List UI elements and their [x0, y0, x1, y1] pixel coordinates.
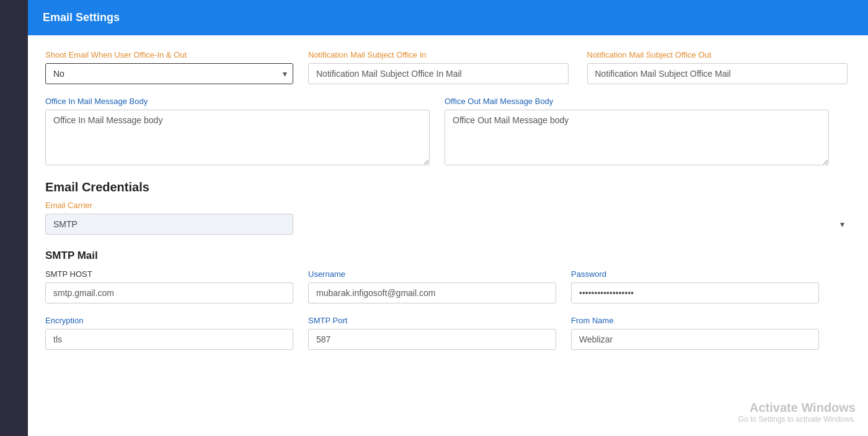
shoot-email-label: Shoot Email When User Office-In & Out [45, 50, 293, 59]
shoot-email-select-wrapper: No Yes [45, 63, 293, 84]
smtp-row-1: SMTP HOST Username Password [45, 269, 851, 303]
password-input[interactable] [571, 282, 819, 303]
password-group: Password [571, 269, 819, 303]
row-shoot-email: Shoot Email When User Office-In & Out No… [45, 50, 851, 84]
password-label: Password [571, 269, 819, 279]
smtp-section: SMTP Mail SMTP HOST Username Password [45, 250, 851, 350]
content-area: Shoot Email When User Office-In & Out No… [28, 35, 868, 377]
smtp-port-label: SMTP Port [308, 316, 556, 325]
from-name-label: From Name [571, 316, 819, 325]
encryption-group: Encryption [45, 316, 293, 350]
notif-in-group: Notification Mail Subject Office In [308, 50, 572, 84]
row-message-bodies: Office In Mail Message Body Office In Ma… [45, 97, 851, 165]
encryption-label: Encryption [45, 316, 293, 325]
smtp-port-input[interactable] [308, 329, 556, 350]
main-content: Email Settings Shoot Email When User Off… [28, 0, 868, 436]
credentials-title: Email Credentials [45, 180, 851, 194]
credentials-section: Email Credentials Email Carrier SMTP Mai… [45, 180, 851, 235]
from-name-group: From Name [571, 316, 819, 350]
username-label: Username [308, 269, 556, 279]
smtp-host-label: SMTP HOST [45, 269, 293, 279]
smtp-row-2: Encryption SMTP Port From Name [45, 316, 851, 350]
office-out-body-textarea[interactable]: Office Out Mail Message body [445, 110, 829, 165]
email-carrier-select-wrapper: SMTP Mailgun SendGrid [45, 214, 851, 235]
email-carrier-select[interactable]: SMTP Mailgun SendGrid [45, 214, 293, 235]
shoot-email-select[interactable]: No Yes [45, 63, 293, 84]
page-header: Email Settings [28, 0, 868, 35]
smtp-host-group: SMTP HOST [45, 269, 293, 303]
office-in-body-group: Office In Mail Message Body Office In Ma… [45, 97, 430, 165]
email-carrier-group: Email Carrier SMTP Mailgun SendGrid [45, 201, 851, 235]
office-out-body-label: Office Out Mail Message Body [445, 97, 829, 106]
page-title: Email Settings [43, 11, 853, 24]
encryption-input[interactable] [45, 329, 293, 350]
notif-in-label: Notification Mail Subject Office In [308, 50, 572, 59]
office-out-body-group: Office Out Mail Message Body Office Out … [445, 97, 829, 165]
smtp-port-group: SMTP Port [308, 316, 556, 350]
notif-out-input[interactable] [587, 63, 848, 84]
notif-in-input[interactable] [308, 63, 569, 84]
email-carrier-label: Email Carrier [45, 201, 851, 210]
from-name-input[interactable] [571, 329, 819, 350]
smtp-title: SMTP Mail [45, 250, 851, 262]
shoot-email-group: Shoot Email When User Office-In & Out No… [45, 50, 293, 84]
notif-out-group: Notification Mail Subject Office Out [587, 50, 851, 84]
sidebar [0, 0, 28, 436]
username-input[interactable] [308, 282, 556, 303]
username-group: Username [308, 269, 556, 303]
notif-out-label: Notification Mail Subject Office Out [587, 50, 851, 59]
office-in-body-label: Office In Mail Message Body [45, 97, 430, 106]
smtp-host-input[interactable] [45, 282, 293, 303]
office-in-body-textarea[interactable]: Office In Mail Message body [45, 110, 430, 165]
